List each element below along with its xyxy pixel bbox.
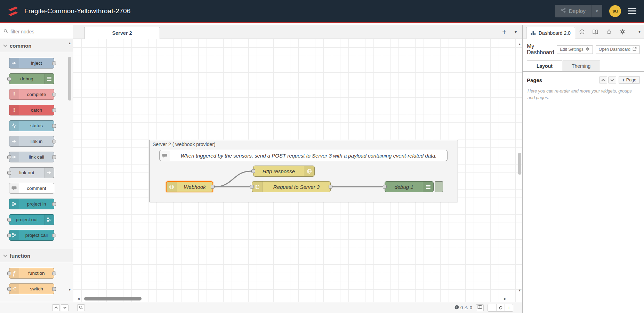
notification-counts[interactable]: 0 ⚠ 0 [454, 305, 472, 311]
arrow-icon [9, 58, 19, 68]
subtab-layout[interactable]: Layout [527, 61, 562, 71]
node-port-input[interactable] [250, 185, 254, 189]
wire-webhook-to-httpres[interactable] [215, 171, 251, 187]
deploy-label: Deploy [569, 8, 586, 14]
flow-tab-server-2[interactable]: Server 2 [84, 27, 160, 39]
arrow-icon [9, 136, 19, 146]
palette-node-inject[interactable]: inject [9, 58, 54, 69]
palette-node-complete[interactable]: !complete [9, 89, 54, 100]
main-menu-button[interactable] [628, 8, 636, 14]
tab-dashboard[interactable]: Dashboard 2.0 [526, 27, 575, 39]
node-port-input[interactable] [7, 233, 11, 237]
palette-node-label: project out [9, 215, 44, 225]
palette-node-link-in[interactable]: link in [9, 136, 54, 147]
gear-icon [586, 47, 590, 52]
comment-node[interactable]: When triggered by the sensors, send a PO… [159, 150, 448, 161]
palette-node-catch[interactable]: !catch [9, 105, 54, 115]
flow-list-button[interactable]: ▾ [515, 30, 517, 34]
navigator-button[interactable] [476, 304, 484, 311]
canvas-scroll-right-icon[interactable]: ▶ [504, 297, 506, 300]
flow-node-webhook[interactable]: Webhook [166, 181, 213, 192]
node-port-output[interactable] [52, 61, 56, 65]
palette-node-status[interactable]: status [9, 120, 54, 131]
palette-node-debug[interactable]: debug [9, 73, 54, 84]
node-port-input[interactable] [7, 271, 11, 275]
palette-node-label: function [19, 268, 54, 278]
palette-node-function[interactable]: ffunction [9, 268, 54, 279]
move-page-down-button[interactable] [608, 77, 616, 83]
palette-filter-input[interactable] [10, 29, 59, 34]
canvas-vertical-scrollbar[interactable] [518, 153, 521, 175]
chevron-down-icon [3, 43, 7, 47]
node-port-output[interactable] [329, 185, 332, 189]
palette-node-switch[interactable]: switch [9, 283, 54, 294]
node-port-input[interactable] [7, 155, 11, 159]
move-page-up-button[interactable] [599, 77, 607, 83]
palette-category-function[interactable]: function [0, 249, 73, 262]
dashboard-title: My Dashboard [527, 43, 554, 56]
palette-scroll-up-icon[interactable]: ▲ [68, 41, 71, 45]
tab-help[interactable] [589, 26, 602, 39]
node-port-output[interactable] [211, 185, 215, 189]
tab-info[interactable] [575, 26, 589, 39]
search-flows-button[interactable] [77, 304, 85, 311]
add-page-button[interactable]: + Page [619, 76, 640, 84]
palette-node-project-in[interactable]: project in [9, 199, 54, 209]
palette-node-project-call[interactable]: project call [9, 230, 54, 241]
canvas-viewport[interactable]: Server 2 ( webhook provider) ▲ ▼ ◀ ▶ Whe… [73, 39, 522, 302]
node-port-input[interactable] [7, 171, 11, 175]
palette-scrollbar[interactable] [68, 57, 71, 101]
debug-enable-toggle[interactable] [435, 181, 443, 192]
canvas-scroll-up-icon[interactable]: ▲ [518, 42, 521, 46]
node-port-output[interactable] [52, 108, 56, 112]
palette-node-link-out[interactable]: link out [9, 167, 54, 178]
node-port-input[interactable] [7, 287, 11, 291]
palette-node-project-out[interactable]: project out [9, 214, 54, 225]
node-port-input[interactable] [383, 185, 387, 189]
avatar[interactable]: su [609, 5, 621, 17]
canvas-scroll-left-icon[interactable]: ◀ [77, 297, 80, 300]
chevron-down-icon [63, 305, 66, 309]
tab-config[interactable] [616, 26, 629, 39]
node-port-output[interactable] [52, 139, 56, 143]
node-port-output[interactable] [52, 124, 56, 128]
open-dashboard-label: Open Dashboard [599, 47, 630, 52]
gear-icon [620, 29, 625, 36]
expand-all-button[interactable] [61, 304, 69, 311]
node-port-output[interactable] [52, 287, 56, 291]
add-flow-button[interactable]: + [502, 29, 506, 35]
open-dashboard-button[interactable]: Open Dashboard [596, 45, 640, 54]
warning-count: 0 [470, 305, 472, 310]
zoom-out-button[interactable]: − [488, 304, 496, 311]
sidebar-menu-caret[interactable]: ▾ [638, 29, 641, 34]
collapse-all-button[interactable] [52, 304, 60, 311]
node-port-output[interactable] [52, 93, 56, 96]
external-link-icon [633, 47, 637, 52]
zoom-in-button[interactable]: + [505, 304, 513, 311]
flow-node-request-to-server-3[interactable]: Request to Server 3 [252, 181, 331, 192]
subtab-theming[interactable]: Theming [562, 61, 600, 71]
node-port-output[interactable] [52, 155, 56, 159]
edit-settings-button[interactable]: Edit Settings [557, 45, 593, 54]
deploy-button[interactable]: Deploy [555, 8, 591, 14]
tab-debug[interactable] [602, 26, 616, 39]
node-port-input[interactable] [7, 218, 11, 222]
deploy-options-button[interactable]: ▾ [591, 5, 602, 17]
palette-category-common[interactable]: common [0, 39, 73, 52]
canvas-horizontal-scrollbar[interactable] [84, 297, 142, 300]
palette-node-link-call[interactable]: link call [9, 152, 54, 162]
flow-node-debug-1[interactable]: debug 1 [385, 181, 434, 192]
app-logo-icon [6, 5, 20, 18]
node-port-input[interactable] [7, 77, 11, 81]
zoom-reset-button[interactable] [496, 304, 505, 311]
palette-scroll-down-icon[interactable]: ▼ [68, 288, 71, 291]
divider [527, 106, 641, 106]
chevron-down-icon [610, 78, 614, 81]
flow-node-http-response[interactable]: Http response [253, 166, 315, 177]
canvas-scroll-down-icon[interactable]: ▼ [518, 289, 521, 292]
palette-node-comment[interactable]: comment [9, 183, 54, 194]
node-port-output[interactable] [52, 233, 56, 237]
node-port-input[interactable] [251, 169, 255, 173]
node-port-output[interactable] [52, 202, 56, 206]
node-port-output[interactable] [52, 271, 56, 275]
